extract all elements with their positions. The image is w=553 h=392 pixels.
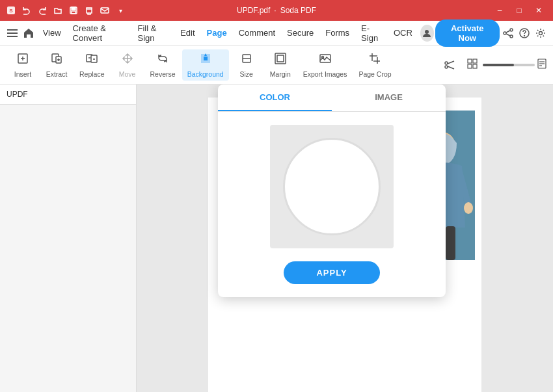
toolbar: Insert Extract Replace Move Reverse Back…	[0, 46, 553, 85]
image-tab[interactable]: IMAGE	[332, 85, 446, 111]
popup-content: APPLY	[218, 112, 446, 297]
activate-now-button[interactable]: Activate Now	[435, 20, 500, 47]
menu-secure[interactable]: Secure	[282, 25, 319, 40]
insert-tool[interactable]: Insert	[7, 49, 39, 81]
svg-point-13	[510, 35, 513, 38]
color-wheel-container[interactable]	[270, 125, 394, 248]
hamburger-menu-icon[interactable]	[5, 24, 20, 42]
email-icon[interactable]	[99, 5, 111, 16]
menu-create-convert[interactable]: Create & Convert	[68, 21, 131, 46]
reverse-label: Reverse	[150, 70, 176, 78]
svg-rect-3	[72, 7, 75, 10]
print-icon[interactable]	[83, 5, 95, 16]
minimize-button[interactable]: –	[491, 3, 509, 18]
app-logo-icon: S	[5, 5, 17, 16]
color-circle	[283, 138, 381, 235]
size-tool[interactable]: Size	[230, 49, 263, 81]
export-images-label: Export Images	[303, 70, 347, 78]
svg-rect-50	[473, 64, 477, 68]
apply-button[interactable]: APPLY	[284, 261, 379, 284]
left-panel: UPDF	[0, 85, 137, 392]
move-icon	[121, 52, 134, 68]
reverse-tool[interactable]: Reverse	[145, 49, 181, 81]
document-area: COLOR IMAGE APPLY	[137, 85, 553, 392]
menu-esign[interactable]: E-Sign	[356, 21, 387, 46]
more-options-icon[interactable]: ▾	[115, 5, 126, 16]
extract-tool[interactable]: Extract	[40, 49, 73, 81]
svg-point-58	[464, 202, 473, 214]
menu-forms[interactable]: Forms	[320, 25, 355, 40]
svg-point-44	[445, 66, 448, 68]
margin-tool[interactable]: Margin	[264, 49, 297, 81]
reverse-icon	[156, 52, 169, 68]
undo-icon[interactable]	[21, 5, 33, 16]
zoom-slider-track	[483, 64, 514, 66]
settings-icon[interactable]	[533, 24, 548, 42]
color-tab[interactable]: COLOR	[218, 85, 332, 111]
color-picker-popup: COLOR IMAGE APPLY	[218, 85, 446, 297]
menu-bar: View Create & Convert Fill & Sign Edit P…	[0, 21, 553, 46]
page-crop-icon	[368, 52, 381, 68]
margin-label: Margin	[270, 70, 291, 78]
svg-point-18	[539, 31, 542, 34]
svg-line-45	[448, 61, 454, 64]
menu-edit[interactable]: Edit	[175, 25, 200, 40]
svg-rect-60	[446, 226, 455, 260]
svg-line-14	[506, 31, 510, 33]
save-icon[interactable]	[68, 5, 79, 16]
title-appname: Soda PDF	[280, 6, 316, 15]
replace-icon	[85, 52, 98, 68]
size-label: Size	[239, 70, 252, 78]
crop-scissors-icon[interactable]	[433, 56, 466, 74]
size-icon	[240, 52, 253, 68]
svg-line-15	[506, 34, 510, 36]
close-button[interactable]: ✕	[530, 3, 548, 18]
page-crop-label: Page Crop	[358, 70, 391, 78]
maximize-button[interactable]: □	[510, 3, 528, 18]
svg-line-46	[448, 66, 454, 69]
open-file-icon[interactable]	[52, 5, 64, 16]
export-images-tool[interactable]: Export Images	[298, 49, 353, 81]
zoom-slider-container[interactable]	[483, 64, 535, 66]
insert-icon	[16, 52, 29, 68]
share-icon[interactable]	[501, 24, 516, 42]
svg-text:S: S	[9, 8, 13, 14]
zoom-slider[interactable]	[483, 64, 535, 66]
menu-fill-sign[interactable]: Fill & Sign	[132, 21, 174, 46]
doc-tab-label: UPDF	[7, 90, 28, 99]
page-crop-tool[interactable]: Page Crop	[353, 49, 396, 81]
export-images-icon	[319, 52, 332, 68]
svg-rect-4	[72, 11, 75, 14]
svg-point-12	[504, 32, 506, 34]
home-icon[interactable]	[21, 24, 36, 42]
popup-tabs: COLOR IMAGE	[218, 85, 446, 112]
main-content: UPDF	[0, 85, 553, 392]
svg-rect-5	[87, 9, 92, 13]
background-tool[interactable]: Background	[182, 49, 229, 81]
margin-icon	[274, 52, 287, 68]
menu-view[interactable]: View	[38, 25, 66, 40]
page-icon[interactable]	[537, 59, 546, 71]
redo-icon[interactable]	[36, 5, 48, 16]
move-label: Move	[119, 70, 136, 78]
menu-ocr[interactable]: OCR	[388, 25, 418, 40]
extract-icon	[50, 52, 63, 68]
menu-page[interactable]: Page	[202, 25, 232, 40]
title-bar-right: – □ ✕	[491, 3, 548, 18]
svg-point-17	[524, 35, 524, 36]
grid-view-icon[interactable]	[467, 59, 478, 72]
help-icon[interactable]	[517, 24, 532, 42]
background-label: Background	[187, 70, 224, 78]
move-tool[interactable]: Move	[111, 49, 144, 81]
menu-comment[interactable]: Comment	[234, 25, 280, 40]
title-separator: ·	[274, 6, 276, 15]
title-filename: UPDF.pdf	[237, 6, 270, 15]
svg-point-43	[445, 62, 448, 64]
document-tab[interactable]: UPDF	[0, 85, 136, 105]
replace-tool[interactable]: Replace	[74, 49, 110, 81]
user-avatar[interactable]	[420, 25, 434, 42]
svg-point-11	[510, 29, 513, 31]
background-icon	[199, 52, 212, 68]
svg-rect-49	[468, 64, 472, 68]
svg-rect-6	[101, 8, 109, 13]
